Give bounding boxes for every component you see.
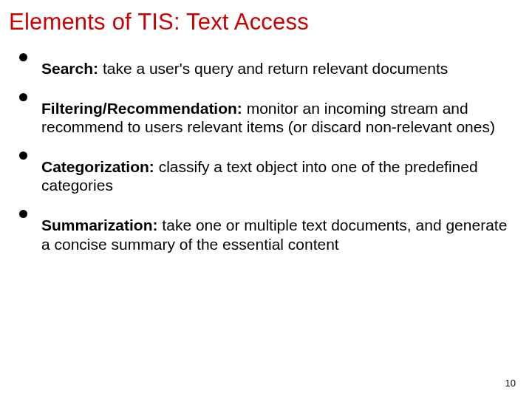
bullet-term: Filtering/Recommendation: [41, 100, 242, 117]
bullet-term: Summarization: [41, 216, 158, 233]
slide-title: Elements of TIS: Text Access [9, 9, 511, 35]
bullet-list: Search: take a user's query and return r… [9, 59, 511, 253]
list-item: Summarization: take one or multiple text… [19, 216, 511, 253]
list-item: Filtering/Recommendation: monitor an inc… [19, 99, 511, 137]
bullet-desc: take a user's query and return relevant … [98, 60, 448, 77]
page-number: 10 [505, 378, 516, 389]
list-item: Search: take a user's query and return r… [19, 59, 511, 78]
bullet-term: Search: [41, 60, 98, 77]
list-item: Categorization: classify a text object i… [19, 157, 511, 195]
bullet-term: Categorization: [41, 158, 154, 175]
